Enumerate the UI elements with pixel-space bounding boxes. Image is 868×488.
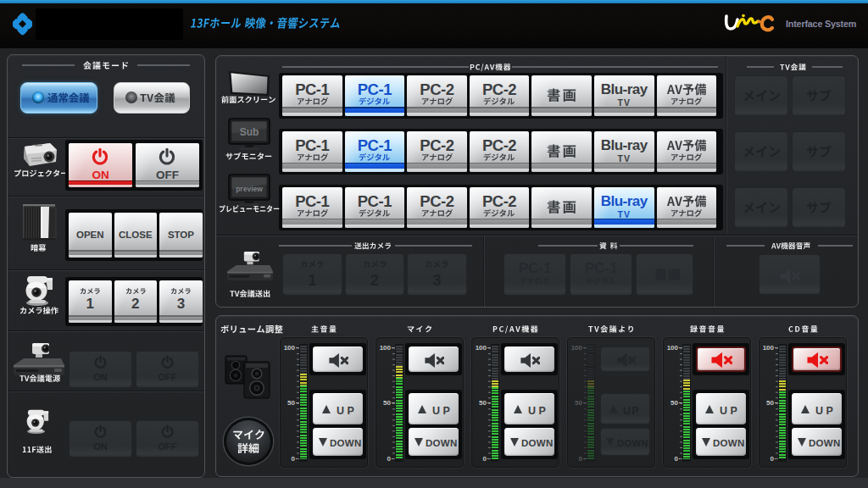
svg-text:Sub: Sub xyxy=(240,126,259,138)
svg-text:preview: preview xyxy=(236,185,263,193)
